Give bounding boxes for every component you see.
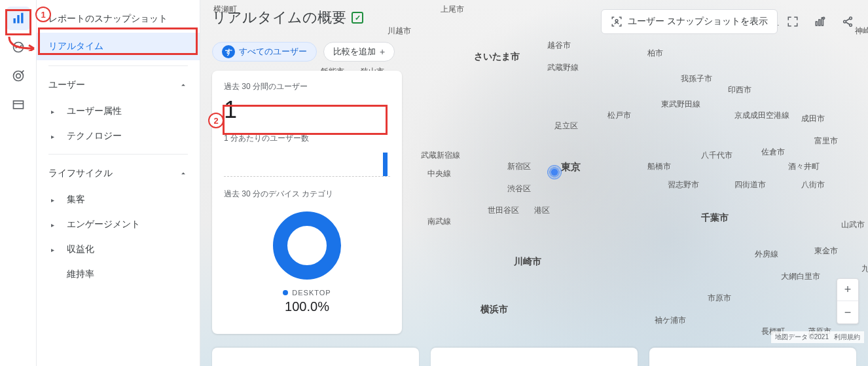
bottom-cards-row	[212, 348, 856, 366]
caret-right-icon: ▸	[51, 133, 60, 140]
share-icon	[842, 16, 854, 27]
left-icon-rail	[0, 0, 37, 366]
map-place-label: 柏市	[647, 48, 663, 59]
page-title: リアルタイムの概要 ✓	[212, 8, 363, 27]
nav-realtime[interactable]: リアルタイム	[37, 33, 200, 60]
main: 東京さいたま市千葉市横浜市川崎市横瀬町上尾市越谷市川越市取手市龍ケ崎市武蔵野線柏…	[200, 0, 868, 366]
svg-point-8	[615, 20, 618, 22]
map-place-label: 九十	[861, 263, 868, 274]
fullscreen-icon	[787, 16, 799, 27]
svg-rect-1	[17, 15, 19, 24]
bottom-card-3[interactable]	[649, 348, 856, 366]
chevron-up-icon	[179, 169, 188, 178]
share-button[interactable]	[835, 9, 860, 34]
add-comparison-chip[interactable]: 比較を追加 +	[323, 42, 395, 62]
nav-sub-label: 維持率	[67, 268, 94, 280]
divider	[48, 65, 188, 66]
scan-user-icon	[611, 16, 623, 27]
users-per-min-label: 1 分あたりのユーザー数	[224, 133, 390, 144]
chip-badge: す	[222, 45, 235, 58]
legend-dot	[283, 290, 288, 295]
insights-button[interactable]	[808, 9, 833, 34]
caret-right-icon: ▸	[51, 108, 60, 115]
snapshot-button-label: ユーザー スナップショットを表示	[628, 16, 768, 27]
chip-label: すべてのユーザー	[239, 46, 307, 58]
device-donut-chart	[273, 211, 341, 280]
explore-icon[interactable]	[7, 35, 30, 59]
caret-right-icon: ▸	[51, 221, 60, 229]
toolbar-right: ユーザー スナップショットを表示	[601, 9, 860, 34]
plus-icon: +	[380, 46, 385, 57]
map-place-label: 越谷市	[547, 40, 571, 51]
svg-rect-6	[13, 101, 23, 109]
users-30min-value: 1	[224, 96, 390, 124]
sidebar: レポートのスナップショット リアルタイム ユーザー ▸ユーザー属性 ▸テクノロジ…	[37, 0, 200, 366]
insights-icon	[814, 16, 826, 27]
device-category-label: 過去 30 分のデバイス カテゴリ	[224, 189, 390, 200]
map-place-label: さいたま市	[474, 51, 520, 63]
target-icon[interactable]	[7, 64, 30, 88]
caret-right-icon: ▸	[51, 196, 60, 204]
bottom-card-2[interactable]	[431, 348, 638, 366]
nav-retention[interactable]: 維持率	[37, 262, 200, 287]
svg-rect-0	[13, 18, 15, 24]
page-title-text: リアルタイムの概要	[212, 8, 346, 27]
nav-engagement[interactable]: ▸エンゲージメント	[37, 212, 200, 237]
section-lifecycle[interactable]: ライフサイクル	[37, 160, 200, 187]
svg-rect-2	[21, 13, 23, 24]
section-lifecycle-label: ライフサイクル	[48, 168, 113, 179]
reports-icon[interactable]	[7, 7, 30, 30]
nav-sub-label: エンゲージメント	[67, 219, 140, 230]
filter-row: す すべてのユーザー 比較を追加 +	[212, 42, 395, 62]
compare-label: 比較を追加	[333, 46, 376, 58]
library-icon[interactable]	[7, 93, 30, 117]
svg-line-17	[846, 22, 850, 25]
device-legend: DESKTOP	[283, 289, 331, 297]
top-toolbar: リアルタイムの概要 ✓ ユーザー スナップショットを表示	[200, 0, 868, 39]
device-percent: 100.0%	[285, 299, 329, 314]
nav-monetization[interactable]: ▸収益化	[37, 237, 200, 262]
section-user[interactable]: ユーザー	[37, 71, 200, 99]
verified-check-icon: ✓	[352, 12, 363, 24]
all-users-chip[interactable]: す すべてのユーザー	[212, 42, 317, 62]
chart-bar	[383, 153, 388, 176]
nav-sub-label: テクノロジー	[67, 130, 122, 142]
bottom-card-1[interactable]	[212, 348, 419, 366]
nav-sub-label: ユーザー属性	[67, 105, 122, 117]
svg-line-16	[846, 19, 850, 22]
legend-text: DESKTOP	[292, 289, 331, 297]
section-user-label: ユーザー	[48, 79, 85, 91]
chevron-up-icon	[179, 81, 188, 90]
nav-sub-label: 集客	[67, 194, 85, 206]
content-area: 過去 30 分間のユーザー 1 1 分あたりのユーザー数 過去 30 分のデバイ…	[212, 71, 856, 366]
nav-snapshot[interactable]: レポートのスナップショット	[37, 5, 200, 33]
caret-right-icon: ▸	[51, 246, 60, 253]
user-snapshot-button[interactable]: ユーザー スナップショットを表示	[601, 9, 778, 34]
divider	[48, 154, 188, 155]
users-30min-label: 過去 30 分間のユーザー	[224, 81, 390, 92]
nav-technology[interactable]: ▸テクノロジー	[37, 124, 200, 149]
fullscreen-button[interactable]	[780, 9, 805, 34]
nav-sub-label: 収益化	[67, 244, 94, 255]
users-per-min-chart	[224, 148, 390, 177]
svg-rect-10	[819, 20, 820, 26]
realtime-users-card: 過去 30 分間のユーザー 1 1 分あたりのユーザー数 過去 30 分のデバイ…	[212, 71, 402, 334]
device-donut-wrap: DESKTOP 100.0%	[224, 204, 390, 314]
caret-spacer	[51, 271, 60, 278]
nav-acquisition[interactable]: ▸集客	[37, 187, 200, 212]
svg-rect-9	[816, 22, 817, 26]
nav-user-attributes[interactable]: ▸ユーザー属性	[37, 99, 200, 124]
svg-point-5	[16, 74, 20, 79]
